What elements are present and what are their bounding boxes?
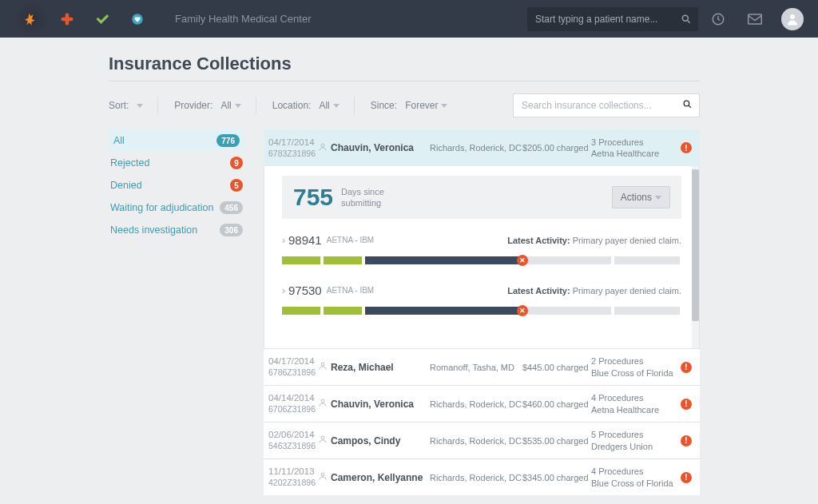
- claim-procedures: 3 Procedures Aetna Healthcare: [591, 137, 679, 160]
- claim-procedures: 5 ProceduresDredgers Union: [591, 429, 679, 452]
- svg-point-9: [321, 363, 324, 366]
- claim-patient: Chauvin, Veronica: [318, 398, 430, 410]
- procedure-block: › 97530 AETNA - IBM Latest Activity: Pri…: [282, 284, 681, 315]
- patient-name: Cameron, Kellyanne: [331, 472, 423, 483]
- patient-name: Chauvin, Veronica: [331, 399, 414, 410]
- progress-segment: [614, 307, 680, 315]
- claim-row[interactable]: 04/17/20146786Z31896 Reza, Michael Roman…: [264, 348, 700, 385]
- patient-name: Reza, Michael: [331, 362, 394, 373]
- person-icon: [318, 142, 328, 154]
- claim-procedures: 2 ProceduresBlue Cross of Florida: [591, 355, 679, 379]
- sidebar-badge: 456: [220, 201, 243, 214]
- progress-segment: [526, 307, 611, 315]
- chevron-right-icon: ›: [282, 235, 285, 246]
- chevron-down-icon: [333, 104, 340, 108]
- person-icon: [318, 471, 328, 483]
- top-nav-bar: Family Health Medical Center: [0, 0, 818, 38]
- medical-icon[interactable]: [50, 2, 85, 37]
- claim-date: 11/11/20134202Z31896: [268, 466, 318, 489]
- sort-label: Sort:: [109, 100, 129, 111]
- claim-patient: Chauvin, Veronica: [318, 142, 430, 154]
- patient-search-input[interactable]: [527, 14, 674, 25]
- chevron-down-icon: [137, 104, 143, 108]
- claim-provider: Richards, Roderick, DC: [430, 399, 522, 409]
- chevron-down-icon: [655, 196, 661, 200]
- progress-segment: [324, 307, 362, 315]
- claim-procedures: 4 ProceduresBlue Cross of Florida: [591, 466, 679, 489]
- app-logo-icon[interactable]: [14, 2, 50, 37]
- claim-patient: Campos, Cindy: [318, 435, 430, 446]
- chevron-down-icon: [441, 104, 447, 108]
- checkmark-icon[interactable]: [85, 2, 120, 37]
- svg-point-11: [321, 436, 324, 439]
- heart-icon[interactable]: [120, 2, 155, 37]
- patient-name: Chauvin, Veronica: [331, 142, 414, 153]
- progress-segment: [614, 256, 680, 264]
- scrollbar-thumb[interactable]: [692, 169, 699, 321]
- claim-row-selected[interactable]: 04/17/2014 6783Z31896 Chauvin, Veronica …: [264, 129, 700, 166]
- claim-row[interactable]: 04/14/20146706Z31896 Chauvin, Veronica R…: [264, 385, 700, 422]
- svg-line-7: [689, 105, 691, 108]
- claim-date: 04/17/20146786Z31896: [268, 355, 318, 379]
- procedure-payer: AETNA - IBM: [327, 236, 374, 244]
- procedure-header[interactable]: › 97530 AETNA - IBM: [282, 284, 374, 297]
- sidebar-item-label: Denied: [110, 180, 142, 191]
- claim-charged: $345.00 charged: [522, 473, 591, 482]
- status-sidebar: All776Rejected9Denied5Waiting for adjudi…: [109, 129, 244, 495]
- claim-date: 04/17/2014 6783Z31896: [268, 137, 318, 160]
- since-filter[interactable]: Since: Forever: [371, 97, 463, 114]
- claim-charged: $205.00 charged: [522, 143, 591, 153]
- sidebar-badge: 5: [230, 179, 243, 192]
- patient-search[interactable]: [527, 7, 698, 31]
- claim-detail-panel: 755 Days since submitting Actions › 9894…: [264, 166, 700, 348]
- days-count: 755: [293, 184, 333, 211]
- progress-segment: ✕: [365, 307, 523, 315]
- history-icon[interactable]: [701, 2, 735, 36]
- search-icon[interactable]: [674, 7, 698, 31]
- progress-segment: [282, 256, 320, 264]
- svg-point-1: [682, 15, 688, 21]
- scrollbar-track[interactable]: [692, 166, 699, 348]
- filter-row: Sort: Provider: All Location: All Since:…: [109, 91, 818, 120]
- actions-button[interactable]: Actions: [612, 186, 670, 208]
- chevron-right-icon: ›: [282, 285, 285, 296]
- sidebar-item[interactable]: Denied5: [109, 174, 244, 196]
- svg-rect-4: [749, 14, 762, 24]
- procedure-code: 98941: [288, 233, 322, 247]
- procedure-header[interactable]: › 98941 AETNA - IBM: [282, 233, 374, 247]
- svg-point-5: [790, 14, 795, 19]
- provider-value: All: [220, 100, 231, 111]
- svg-point-8: [321, 144, 324, 147]
- claim-provider: Richards, Roderick, DC: [430, 473, 522, 482]
- denied-icon: ✕: [517, 305, 528, 316]
- procedure-activity: Latest Activity: Primary payer denied cl…: [507, 286, 681, 296]
- claim-row[interactable]: 02/06/20145463Z31896 Campos, Cindy Richa…: [264, 422, 700, 458]
- claims-content: 04/17/2014 6783Z31896 Chauvin, Veronica …: [264, 129, 700, 495]
- sort-filter[interactable]: Sort:: [109, 97, 158, 114]
- search-icon[interactable]: [675, 99, 699, 112]
- sidebar-item[interactable]: Waiting for adjudication456: [109, 196, 244, 219]
- claims-list: 04/17/20146786Z31896 Reza, Michael Roman…: [264, 348, 700, 495]
- chevron-down-icon: [235, 104, 241, 108]
- collections-search-input[interactable]: [514, 100, 675, 111]
- sidebar-item[interactable]: All776: [109, 129, 244, 152]
- user-avatar[interactable]: [781, 8, 804, 30]
- since-value: Forever: [405, 100, 438, 111]
- sidebar-item-label: Waiting for adjudication: [110, 202, 213, 213]
- alert-icon: !: [681, 435, 692, 446]
- location-filter[interactable]: Location: All: [272, 97, 355, 114]
- provider-label: Provider:: [174, 100, 212, 111]
- provider-filter[interactable]: Provider: All: [174, 97, 256, 114]
- procedure-progress: ✕: [282, 256, 681, 264]
- claim-row[interactable]: 11/11/20134202Z31896 Cameron, Kellyanne …: [264, 458, 700, 495]
- sidebar-item[interactable]: Rejected9: [109, 152, 244, 174]
- mail-icon[interactable]: [738, 2, 772, 36]
- progress-segment: [282, 307, 320, 315]
- sidebar-item[interactable]: Needs investigation306: [109, 219, 244, 241]
- collections-search[interactable]: [513, 93, 700, 117]
- progress-segment: [526, 256, 611, 264]
- procedure-activity: Latest Activity: Primary payer denied cl…: [507, 236, 681, 245]
- sidebar-badge: 776: [216, 134, 240, 147]
- claim-charged: $460.00 charged: [522, 399, 591, 409]
- procedure-block: › 98941 AETNA - IBM Latest Activity: Pri…: [282, 233, 681, 264]
